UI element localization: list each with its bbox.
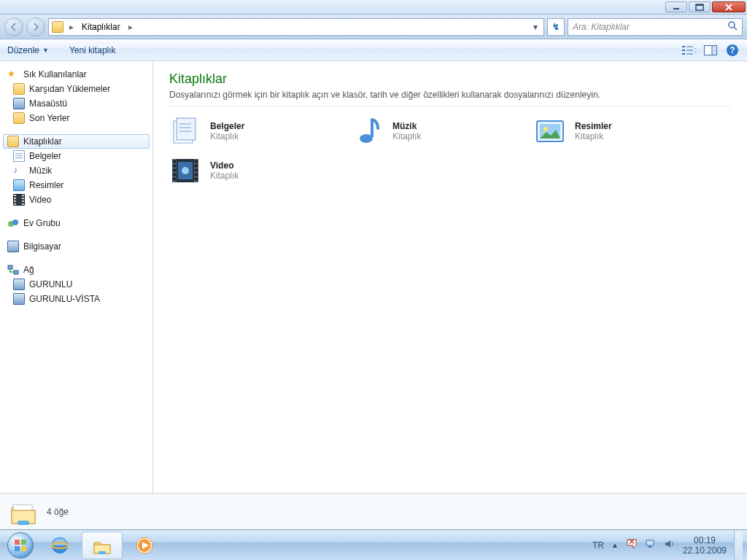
network-tray-icon[interactable] <box>645 538 657 552</box>
window-close-button[interactable] <box>712 1 746 12</box>
computer-icon <box>7 241 19 252</box>
svg-point-43 <box>182 167 189 174</box>
taskbar-wmp[interactable] <box>124 532 165 559</box>
address-bar[interactable]: ▸ Kitaplıklar ▸ ▾ <box>48 18 544 36</box>
sidebar-network-header[interactable]: Ağ <box>3 262 150 277</box>
svg-rect-0 <box>673 8 679 9</box>
library-videos[interactable]: VideoKitaplık <box>169 155 322 187</box>
sidebar-downloads[interactable]: Karşıdan Yüklemeler <box>3 82 150 96</box>
libraries-large-icon <box>9 497 38 526</box>
sidebar-videos[interactable]: Video <box>3 192 150 207</box>
back-button[interactable] <box>4 18 23 36</box>
svg-rect-18 <box>14 271 18 274</box>
svg-rect-7 <box>682 53 685 55</box>
action-center-icon[interactable]: ✕ <box>626 538 638 552</box>
sidebar-network-pc-2[interactable]: GURUNLU-VİSTA <box>3 292 150 306</box>
svg-rect-44 <box>13 505 32 510</box>
chevron-down-icon: ▼ <box>42 47 49 54</box>
svg-rect-36 <box>173 178 176 180</box>
start-button[interactable] <box>3 531 38 560</box>
sidebar-computer[interactable]: Bilgisayar <box>3 239 150 254</box>
library-documents[interactable]: BelgelerKitaplık <box>169 115 322 147</box>
sidebar-desktop[interactable]: Masaüstü <box>3 96 150 111</box>
page-title: Kitaplıklar <box>169 71 731 87</box>
music-library-icon <box>352 115 384 147</box>
sidebar-recent[interactable]: Son Yerler <box>3 111 150 125</box>
clock-time: 00:19 <box>683 535 727 545</box>
preview-pane-button[interactable] <box>703 43 718 58</box>
svg-rect-12 <box>712 45 717 55</box>
svg-rect-49 <box>15 546 20 551</box>
svg-rect-41 <box>195 178 198 180</box>
svg-line-4 <box>734 27 737 30</box>
clock-date: 22.10.2009 <box>683 545 727 556</box>
search-placeholder: Ara: Kitaplıklar <box>573 22 630 32</box>
svg-point-3 <box>729 22 735 28</box>
content-pane: Kitaplıklar Dosyalarınızı görmek için bi… <box>153 61 747 493</box>
sidebar-favorites-header[interactable]: ★Sık Kullanılanlar <box>3 67 150 82</box>
svg-rect-54 <box>98 551 106 554</box>
taskbar-explorer[interactable] <box>82 532 123 559</box>
svg-rect-9 <box>686 50 693 51</box>
svg-rect-46 <box>18 521 29 525</box>
svg-rect-17 <box>8 265 12 269</box>
pictures-library-icon <box>534 115 566 147</box>
sidebar-music[interactable]: ♪Müzik <box>3 163 150 178</box>
view-options-button[interactable] <box>681 43 696 58</box>
sidebar-libraries-header[interactable]: Kitaplıklar <box>3 134 150 149</box>
library-pictures[interactable]: ResimlerKitaplık <box>534 115 687 147</box>
library-sub: Kitaplık <box>575 131 612 141</box>
refresh-button[interactable]: ↯ <box>547 18 565 36</box>
window-minimize-button[interactable] <box>665 1 687 12</box>
address-dropdown-icon[interactable]: ▾ <box>530 22 541 32</box>
breadcrumb-root[interactable]: Kitaplıklar <box>80 22 123 32</box>
sidebar-network-pc-1[interactable]: GURUNLU <box>3 277 150 292</box>
library-sub: Kitaplık <box>210 131 244 141</box>
new-library-button[interactable]: Yeni kitaplık <box>69 45 116 55</box>
svg-rect-5 <box>682 46 685 47</box>
music-icon: ♪ <box>13 165 25 176</box>
svg-rect-59 <box>649 546 651 548</box>
computer-icon <box>13 293 25 305</box>
sidebar-pictures[interactable]: Resimler <box>3 178 150 192</box>
svg-rect-20 <box>177 118 196 140</box>
tray-chevron-icon[interactable]: ▲ <box>611 541 619 549</box>
breadcrumb-sep-icon: ▸ <box>68 22 75 32</box>
svg-rect-25 <box>371 120 374 137</box>
svg-rect-50 <box>21 546 26 551</box>
forward-button[interactable] <box>26 18 45 36</box>
page-description: Dosyalarınızı görmek için bir kitaplık a… <box>169 90 731 100</box>
svg-rect-37 <box>195 160 198 163</box>
svg-rect-8 <box>686 46 693 47</box>
svg-point-16 <box>12 219 18 225</box>
organize-menu[interactable]: Düzenle▼ <box>7 45 49 55</box>
svg-rect-34 <box>173 169 176 171</box>
separator <box>169 106 731 106</box>
svg-rect-40 <box>195 174 198 176</box>
svg-rect-10 <box>686 53 693 55</box>
documents-library-icon <box>169 115 201 147</box>
svg-rect-6 <box>682 50 685 51</box>
homegroup-icon <box>7 217 19 229</box>
taskbar-clock[interactable]: 00:19 22.10.2009 <box>683 535 727 556</box>
library-music[interactable]: MüzikKitaplık <box>352 115 505 147</box>
windows-logo-icon <box>7 532 34 559</box>
titlebar <box>0 0 747 15</box>
sidebar-homegroup[interactable]: Ev Grubu <box>3 216 150 230</box>
search-box[interactable]: Ara: Kitaplıklar <box>568 18 743 36</box>
document-icon <box>13 150 25 162</box>
svg-rect-39 <box>195 169 198 171</box>
library-name: Video <box>210 160 239 171</box>
libraries-icon <box>7 136 19 147</box>
input-language[interactable]: TR <box>592 540 604 551</box>
sidebar-documents[interactable]: Belgeler <box>3 149 150 163</box>
help-button[interactable]: ? <box>725 43 740 58</box>
show-desktop-button[interactable] <box>734 530 743 561</box>
breadcrumb-sep-icon: ▸ <box>127 22 134 32</box>
svg-text:✕: ✕ <box>628 538 635 547</box>
svg-rect-48 <box>21 540 26 545</box>
volume-icon[interactable] <box>664 538 676 552</box>
window-maximize-button[interactable] <box>689 1 711 12</box>
svg-rect-58 <box>646 540 654 545</box>
taskbar-ie[interactable] <box>39 532 80 559</box>
